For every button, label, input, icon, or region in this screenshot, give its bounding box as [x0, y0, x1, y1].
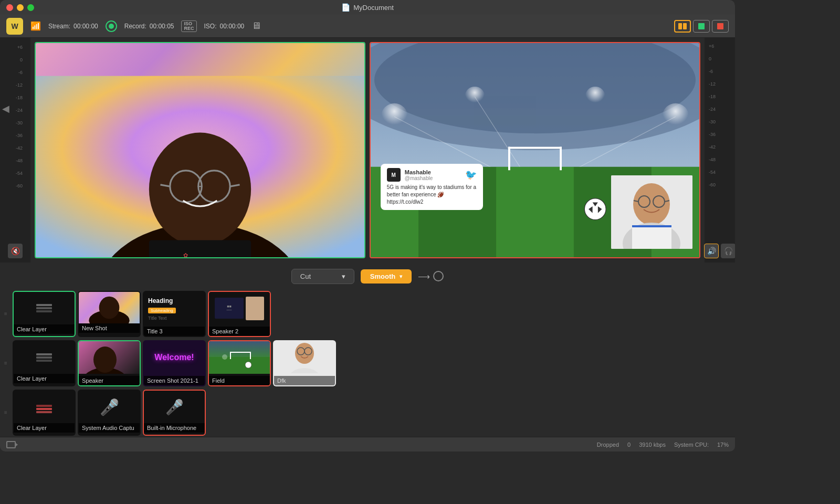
- title3-heading: Heading: [148, 297, 201, 304]
- transition-circle: [433, 271, 444, 281]
- wifi-icon[interactable]: 📶: [30, 21, 41, 31]
- layout-btn-3[interactable]: [712, 20, 729, 33]
- svg-point-56: [93, 346, 117, 373]
- window-controls: [6, 4, 34, 11]
- row3-handle[interactable]: ≡: [4, 410, 13, 415]
- new-shot-label: New Shot: [79, 323, 140, 333]
- scene-card-dfk[interactable]: Dfk: [273, 340, 336, 386]
- main-area: ◀ +6 0 -6 -12 -18 -24 -30 -36 -42 -48 -5…: [0, 38, 735, 452]
- svg-point-36: [584, 198, 606, 220]
- maximize-button[interactable]: [27, 4, 34, 11]
- record-button[interactable]: [106, 20, 117, 32]
- scene-card-new-shot[interactable]: New Shot: [78, 291, 141, 337]
- smooth-button[interactable]: Smooth ▾: [361, 269, 412, 284]
- twitter-name-section: Mashable @mashable: [405, 169, 433, 181]
- mashable-logo: M: [387, 168, 401, 182]
- vu-label-m6: -6: [11, 66, 23, 79]
- scene-card-sys-audio[interactable]: 🎤 System Audio Captu: [78, 390, 141, 436]
- scene-card-title3[interactable]: Heading Subheading Title Text Title 3: [143, 291, 206, 337]
- transition-arrow[interactable]: ⟶: [418, 271, 444, 281]
- scene-card-speaker-r2[interactable]: Speaker: [78, 340, 141, 386]
- vu-right-labels: +6 0 -6 -12 -18 -24 -30 -36 -42 -48 -54 …: [707, 40, 733, 244]
- new-shot-person: [79, 292, 140, 323]
- cpu-label: System CPU:: [674, 442, 709, 448]
- row2-handle[interactable]: ≡: [4, 361, 13, 366]
- document-icon: 📄: [341, 3, 350, 12]
- clear-layer-2-icon-area: [14, 341, 75, 374]
- twitter-header: M Mashable @mashable 🐦: [387, 168, 477, 182]
- scene-card-field[interactable]: Field: [208, 340, 271, 386]
- bitrate-value: 3910 kbps: [639, 442, 666, 448]
- sys-audio-label: System Audio Captu: [79, 423, 140, 433]
- mic-icon: 🎤: [165, 398, 184, 416]
- title3-body: Title Text: [148, 316, 201, 321]
- app-logo[interactable]: W: [6, 18, 23, 35]
- smooth-caret: ▾: [400, 274, 402, 279]
- scene-card-builtin-mic[interactable]: 🎤 Built-in Microphone: [143, 390, 206, 436]
- vu-meter-right: +6 0 -6 -12 -18 -24 -30 -36 -42 -48 -54 …: [705, 38, 735, 262]
- vu-r-m48: -48: [709, 153, 733, 166]
- mute-left-button[interactable]: 🔇: [8, 244, 23, 258]
- row1-handle[interactable]: ≡: [4, 311, 13, 317]
- sys-audio-content: 🎤: [79, 391, 140, 423]
- scene-card-clear-layer-2[interactable]: Clear Layer: [13, 340, 76, 386]
- right-preview-panel: M Mashable @mashable 🐦 5G is making it's…: [370, 42, 700, 258]
- vu-r-0: 0: [709, 52, 733, 65]
- vu-label-m54: -54: [11, 167, 23, 180]
- vu-label-m48: -48: [11, 154, 23, 167]
- volume-right-button[interactable]: 🔊: [704, 244, 719, 258]
- svg-text:✿: ✿: [183, 252, 188, 257]
- vu-r-m24: -24: [709, 103, 733, 116]
- scene-card-clear-layer-1[interactable]: Clear Layer: [13, 291, 76, 337]
- close-button[interactable]: [6, 4, 13, 11]
- vu-r-m18: -18: [709, 90, 733, 103]
- speaker-r2-bg: [79, 341, 140, 374]
- svg-point-63: [245, 362, 251, 368]
- speaker2-content: ■■──: [209, 292, 270, 324]
- record-label: Record:: [124, 23, 146, 30]
- twitter-content: 5G is making it's way to stadiums for a …: [387, 184, 477, 206]
- svg-rect-48: [36, 310, 52, 312]
- twitter-bird-icon: 🐦: [465, 169, 477, 181]
- layout-btn-1[interactable]: [674, 20, 691, 33]
- layout-btn-2[interactable]: [693, 20, 710, 33]
- minimize-button[interactable]: [17, 4, 24, 11]
- scene-card-speaker2[interactable]: ■■── Speaker 2: [208, 291, 271, 337]
- iso-badge: ISOREC: [181, 20, 196, 32]
- title3-content: Heading Subheading Title Text: [144, 292, 205, 323]
- layers-icon: [34, 298, 55, 319]
- row3-cards: Clear Layer 🎤 System Audio Captu 🎤 Built…: [13, 390, 206, 436]
- dfk-label: Dfk: [274, 376, 335, 385]
- headphones-button[interactable]: 🎧: [721, 244, 735, 258]
- svg-rect-1: [683, 23, 687, 29]
- monitor-icon[interactable]: 🖥: [251, 20, 261, 32]
- twitter-overlay: M Mashable @mashable 🐦 5G is making it's…: [381, 164, 483, 210]
- arrow-icon: ⟶: [418, 271, 430, 281]
- scene-card-screenshot[interactable]: Welcome! Screen Shot 2021-1: [143, 340, 206, 386]
- iso-time: 00:00:00: [220, 23, 245, 30]
- stream-label: Stream:: [48, 23, 70, 30]
- collapse-left-icon[interactable]: ◀: [2, 103, 9, 114]
- inset-camera: [611, 175, 692, 249]
- left-preview-bg: ✿ ✿ ✿: [36, 43, 364, 257]
- field-svg: [209, 341, 271, 374]
- svg-rect-62: [250, 352, 251, 359]
- speaker2-screen-text: ■■──: [227, 304, 232, 312]
- scene-card-clear-layer-3[interactable]: Clear Layer: [13, 390, 76, 436]
- vu-label-plus6: +6: [11, 41, 23, 54]
- svg-rect-69: [36, 408, 52, 410]
- layout-icon-1: [678, 23, 687, 29]
- dfk-person-svg: [284, 342, 326, 373]
- smooth-label: Smooth: [370, 272, 395, 280]
- statusbar: Dropped 0 3910 kbps System CPU: 17%: [0, 437, 735, 452]
- vu-label-col: +6 0 -6 -12 -18 -24 -30 -36 -42 -48 -54 …: [11, 41, 23, 192]
- builtin-mic-content: 🎤: [144, 391, 205, 423]
- twitter-handle: @mashable: [405, 175, 433, 181]
- builtin-mic-label: Built-in Microphone: [144, 423, 205, 433]
- cut-dropdown[interactable]: Cut ▾: [291, 269, 354, 284]
- cut-label: Cut: [300, 272, 311, 280]
- svg-rect-30: [496, 167, 574, 257]
- row2-cards: Clear Layer Speaker: [13, 340, 336, 386]
- title3-label: Title 3: [144, 327, 205, 336]
- statusbar-right: Dropped 0 3910 kbps System CPU: 17%: [597, 442, 729, 448]
